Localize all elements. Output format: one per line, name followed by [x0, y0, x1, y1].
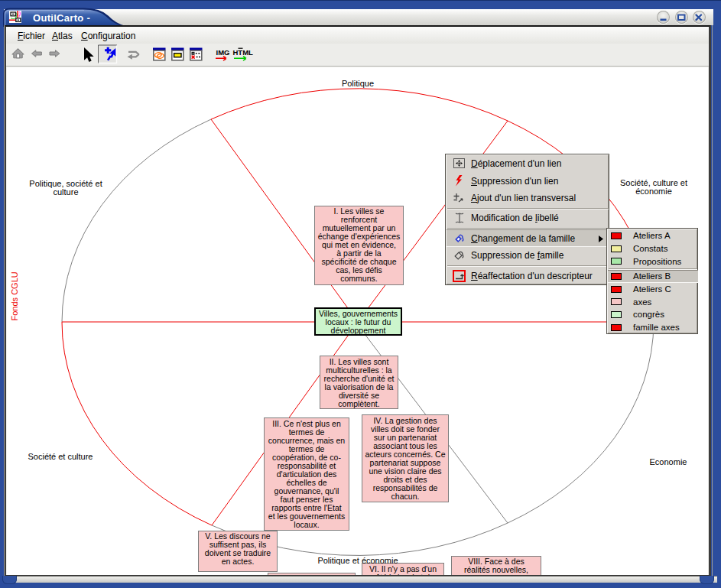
- svg-text:HTML: HTML: [233, 48, 254, 57]
- svg-text:IMG: IMG: [216, 48, 230, 57]
